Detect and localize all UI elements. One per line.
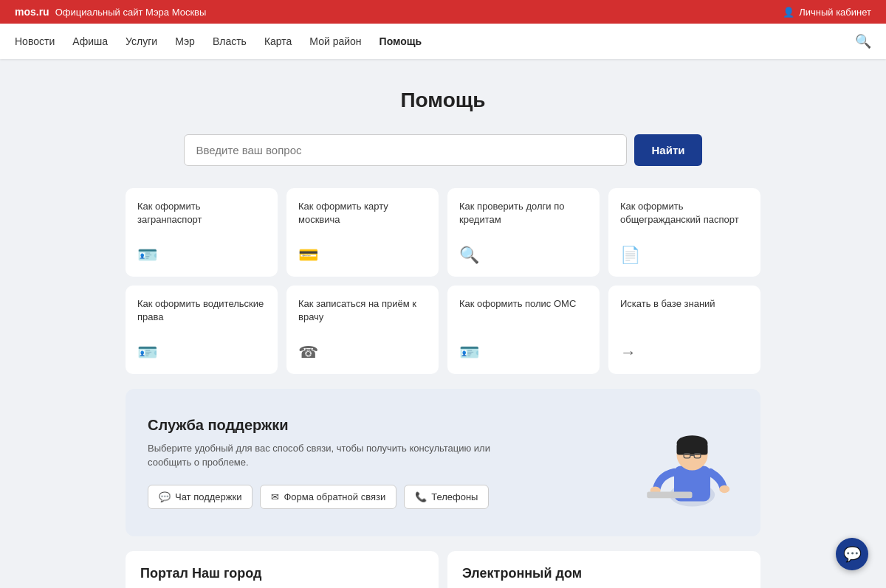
support-btn-phones[interactable]: 📞Телефоны [404, 485, 489, 509]
support-btn-icon-phones: 📞 [415, 491, 427, 502]
card-icon-debts: 🔍 [459, 246, 588, 265]
card-doctor[interactable]: Как записаться на приём к врачу ☎ [286, 286, 439, 374]
top-bar: mos.ru Официальный сайт Мэра Москвы 👤 Ли… [0, 0, 886, 24]
account-link[interactable]: 👤 Личный кабинет [783, 7, 871, 18]
search-input[interactable] [184, 134, 627, 166]
site-label: Официальный сайт Мэра Москвы [55, 7, 207, 18]
main-content: Помощь Найти Как оформить загранпаспорт … [111, 59, 775, 588]
chat-float-icon: 💬 [843, 545, 862, 563]
bottom-card-title-nashgorod: Портал Наш город [140, 566, 424, 581]
card-icon-passport: 📄 [620, 246, 749, 265]
card-driver[interactable]: Как оформить водительские права 🪪 [126, 286, 278, 374]
nav-links: НовостиАфишаУслугиМэрВластьКартаМой райо… [15, 32, 422, 50]
site-logo[interactable]: mos.ru [15, 6, 49, 18]
card-icon-driver: 🪪 [137, 343, 266, 362]
card-title-knowledge: Искать в базе знаний [620, 297, 749, 311]
support-btn-icon-feedback: ✉ [271, 491, 279, 502]
card-title-doctor: Как записаться на приём к врачу [298, 297, 427, 324]
support-btn-label-chat: Чат поддержки [175, 491, 241, 502]
nav-bar: НовостиАфишаУслугиМэрВластьКартаМой райо… [0, 24, 886, 59]
card-debts[interactable]: Как проверить долги по кредитам 🔍 [447, 188, 600, 277]
card-icon-zagranpassport: 🪪 [137, 246, 266, 265]
card-icon-oms: 🪪 [459, 343, 588, 362]
support-title: Служба поддержки [148, 417, 502, 434]
nav-link-mayor[interactable]: Мэр [175, 32, 195, 50]
card-title-driver: Как оформить водительские права [137, 297, 266, 324]
nav-link-district[interactable]: Мой район [309, 32, 361, 50]
support-btn-label-feedback: Форма обратной связи [284, 491, 385, 502]
search-button[interactable]: Найти [634, 134, 703, 166]
card-icon-moskvich: 💳 [298, 246, 427, 265]
nav-link-news[interactable]: Новости [15, 32, 55, 50]
cards-grid: Как оформить загранпаспорт 🪪 Как оформит… [126, 188, 760, 374]
card-zagranpassport[interactable]: Как оформить загранпаспорт 🪪 [126, 188, 278, 277]
account-label: Личный кабинет [799, 7, 871, 18]
card-title-moskvich: Как оформить карту москвича [298, 200, 427, 226]
support-btn-icon-chat: 💬 [159, 491, 171, 502]
bottom-grid: Портал Наш город Сообщите коммунальным и… [126, 551, 760, 588]
support-content: Служба поддержки Выберите удобный для ва… [148, 417, 502, 509]
card-title-passport: Как оформить общегражданский паспорт [620, 200, 749, 226]
support-description: Выберите удобный для вас способ связи, ч… [148, 441, 502, 470]
nav-link-help[interactable]: Помощь [380, 32, 422, 50]
support-btn-chat[interactable]: 💬Чат поддержки [148, 485, 253, 509]
card-knowledge[interactable]: Искать в базе знаний → [608, 286, 760, 374]
support-buttons: 💬Чат поддержки✉Форма обратной связи📞Теле… [148, 485, 502, 509]
support-btn-label-phones: Телефоны [431, 491, 478, 502]
support-block: Служба поддержки Выберите удобный для ва… [126, 389, 760, 536]
card-title-debts: Как проверить долги по кредитам [459, 200, 588, 226]
nav-search-icon[interactable]: 🔍 [855, 33, 871, 49]
bottom-card-nashgorod[interactable]: Портал Наш город Сообщите коммунальным и… [126, 551, 439, 588]
top-bar-left: mos.ru Официальный сайт Мэра Москвы [15, 6, 206, 18]
support-btn-feedback[interactable]: ✉Форма обратной связи [260, 485, 396, 509]
card-icon-doctor: ☎ [298, 343, 427, 362]
nav-link-events[interactable]: Афиша [72, 32, 108, 50]
card-oms[interactable]: Как оформить полис ОМС 🪪 [447, 286, 600, 374]
support-illustration [620, 411, 738, 514]
svg-point-9 [719, 485, 729, 494]
card-title-oms: Как оформить полис ОМС [459, 297, 588, 311]
card-icon-knowledge: → [620, 343, 749, 362]
account-icon: 👤 [783, 7, 794, 18]
nav-link-authority[interactable]: Власть [213, 32, 247, 50]
nav-link-services[interactable]: Услуги [126, 32, 157, 50]
bottom-card-edom[interactable]: Электронный дом Вызовите мастера или соо… [447, 551, 760, 588]
bottom-card-title-edom: Электронный дом [462, 566, 746, 581]
nav-link-map[interactable]: Карта [264, 32, 292, 50]
card-moskvich[interactable]: Как оформить карту москвича 💳 [286, 188, 439, 277]
card-passport[interactable]: Как оформить общегражданский паспорт 📄 [608, 188, 760, 277]
search-container: Найти [126, 134, 760, 166]
chat-float-button[interactable]: 💬 [836, 538, 868, 570]
svg-rect-10 [647, 491, 692, 498]
svg-rect-4 [677, 443, 708, 455]
page-title: Помощь [126, 89, 760, 112]
card-title-zagranpassport: Как оформить загранпаспорт [137, 200, 266, 226]
